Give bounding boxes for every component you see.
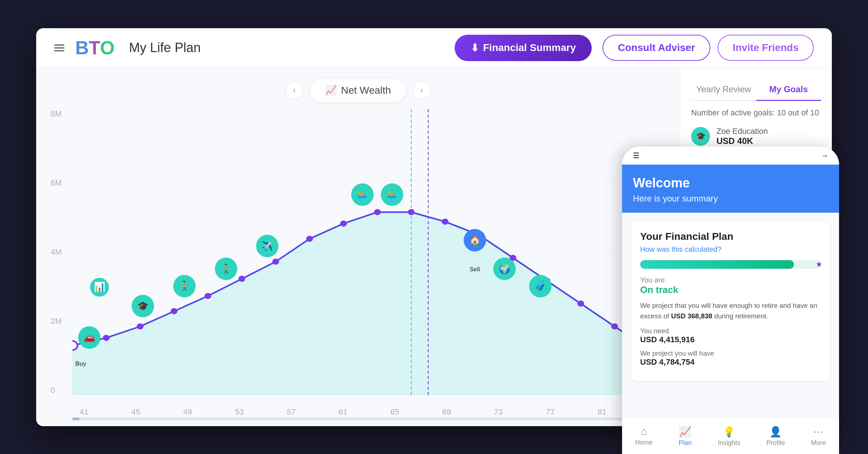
- goal-icon-trend[interactable]: 📊: [90, 278, 109, 297]
- download-icon: ⬇: [471, 42, 479, 54]
- invite-friends-button[interactable]: Invite Friends: [718, 35, 814, 61]
- logo-t: T: [89, 37, 100, 58]
- x-label-45: 45: [131, 407, 140, 417]
- fp-excess-amount: USD 368,838: [671, 312, 712, 320]
- fp-project-label: We project you will have: [640, 349, 821, 357]
- x-label-41: 41: [80, 407, 88, 417]
- logo-o: O: [100, 37, 114, 58]
- x-label-57: 57: [287, 407, 295, 417]
- goal-icon-swim1[interactable]: 🏊: [351, 183, 374, 206]
- insights-icon: 💡: [723, 426, 735, 438]
- phone-status-bar: ☰ →: [622, 147, 839, 165]
- x-label-49: 49: [183, 407, 192, 417]
- chart-svg-container: 🚗 Buy 🎓 🚶 🚶 ✈️ 🏊 🏊 📊: [72, 109, 665, 395]
- svg-point-7: [72, 341, 77, 350]
- goal-icon-car[interactable]: 🚗: [78, 326, 101, 349]
- goal-icon-sm-zoe-edu: 🎓: [691, 127, 710, 146]
- progress-bar-container: ★: [640, 260, 821, 269]
- fp-need-value: USD 4,415,916: [640, 335, 821, 344]
- financial-summary-button[interactable]: ⬇ Financial Summary: [455, 35, 592, 61]
- y-label-8m: 8M: [51, 109, 62, 119]
- svg-point-12: [238, 276, 245, 282]
- phone-nav-more[interactable]: ⋯ More: [811, 426, 826, 447]
- goal-amount-zoe-edu: USD 40K: [716, 136, 768, 146]
- svg-point-9: [137, 323, 144, 329]
- goal-icon-walk1[interactable]: 🚶: [173, 275, 196, 297]
- phone-nav-profile[interactable]: 👤 Profile: [766, 426, 785, 447]
- financial-plan-card: Your Financial Plan How was this calcula…: [631, 222, 830, 381]
- fp-row-project: We project you will have USD 4,784,754: [640, 349, 821, 367]
- svg-point-8: [103, 335, 110, 341]
- phone-bottom-nav: ⌂ Home 📈 Plan 💡 Insights 👤 Profile ⋯ Mor…: [622, 418, 839, 454]
- more-label: More: [811, 439, 826, 447]
- goal-info-zoe-edu: Zoe Education USD 40K: [716, 127, 768, 146]
- phone-welcome-title: Welcome: [633, 175, 828, 191]
- svg-point-11: [204, 293, 211, 299]
- fp-description: We project that you will have enough to …: [640, 301, 821, 321]
- svg-point-14: [306, 236, 313, 242]
- tab-my-goals[interactable]: My Goals: [756, 79, 821, 101]
- goal-icon-walk2[interactable]: 🚶: [215, 258, 237, 280]
- svg-point-17: [408, 209, 415, 215]
- goal-label-buy: Buy: [75, 361, 86, 367]
- x-label-53: 53: [235, 407, 244, 417]
- phone-nav-home[interactable]: ⌂ Home: [635, 426, 652, 446]
- y-label-4m: 4M: [51, 247, 62, 257]
- home-icon: ⌂: [641, 426, 647, 437]
- chart-svg: [72, 109, 665, 395]
- svg-point-22: [577, 300, 584, 306]
- phone-welcome-subtitle: Here is your summary: [633, 194, 828, 204]
- chart-line-icon: 📈: [325, 85, 337, 96]
- chart-title-pill: 📈 Net Wealth: [311, 79, 405, 102]
- scroll-handle-left[interactable]: [72, 417, 80, 420]
- phone-hamburger-icon[interactable]: ☰: [633, 151, 639, 160]
- phone-header: Welcome Here is your summary: [622, 165, 839, 213]
- x-label-65: 65: [390, 407, 399, 417]
- phone-nav-insights[interactable]: 💡 Insights: [718, 426, 740, 447]
- goal-icon-education[interactable]: 🎓: [132, 295, 154, 317]
- goal-icon-swim2[interactable]: 🏊: [381, 183, 403, 206]
- progress-bar-fill: [640, 260, 794, 269]
- fp-need-label: You need: [640, 327, 821, 335]
- svg-point-16: [374, 209, 381, 215]
- financial-summary-label: Financial Summary: [483, 42, 576, 54]
- insights-label: Insights: [718, 439, 740, 447]
- star-icon: ★: [816, 260, 821, 269]
- logo: BTO: [75, 37, 115, 59]
- on-track-value: On track: [640, 284, 821, 296]
- fp-row-need: You need USD 4,415,916: [640, 327, 821, 344]
- svg-point-18: [442, 218, 448, 225]
- hamburger-menu[interactable]: [54, 44, 64, 51]
- home-label: Home: [635, 439, 652, 446]
- fp-project-value: USD 4,784,754: [640, 357, 821, 367]
- chart-header: ‹ 📈 Net Wealth ›: [51, 79, 665, 102]
- page-title: My Life Plan: [129, 40, 201, 55]
- svg-point-15: [340, 220, 347, 226]
- chart-area: ‹ 📈 Net Wealth › 8M 6M 4M 2M 0: [36, 68, 680, 426]
- chart-next-button[interactable]: ›: [413, 81, 431, 99]
- chart-title: Net Wealth: [341, 85, 391, 96]
- phone-nav-plan[interactable]: 📈 Plan: [679, 426, 692, 447]
- phone-logout-icon[interactable]: →: [821, 152, 828, 160]
- fp-how-calculated-link[interactable]: How was this calculated?: [640, 245, 821, 254]
- y-label-6m: 6M: [51, 178, 62, 188]
- x-label-73: 73: [494, 407, 503, 417]
- consult-adviser-button[interactable]: Consult Adviser: [603, 35, 710, 61]
- x-label-77: 77: [546, 407, 554, 417]
- svg-point-10: [171, 308, 178, 314]
- x-label-81: 81: [597, 407, 606, 417]
- phone-content: Your Financial Plan How was this calcula…: [622, 213, 839, 418]
- active-goals-count: Number of active goals: 10 out of 10: [691, 108, 821, 118]
- y-label-2m: 2M: [51, 317, 62, 326]
- svg-point-13: [272, 258, 279, 264]
- goal-icon-luggage[interactable]: 🧳: [529, 275, 552, 297]
- chart-prev-button[interactable]: ‹: [285, 81, 303, 99]
- more-icon: ⋯: [813, 426, 824, 438]
- phone-overlay: ☰ → Welcome Here is your summary Your Fi…: [622, 147, 839, 454]
- plan-label: Plan: [679, 439, 692, 447]
- y-axis-labels: 8M 6M 4M 2M 0: [51, 109, 62, 395]
- fp-title: Your Financial Plan: [640, 231, 821, 242]
- tab-yearly-review[interactable]: Yearly Review: [691, 79, 756, 101]
- chart-scrollbar[interactable]: [72, 417, 665, 420]
- plan-icon: 📈: [679, 426, 692, 438]
